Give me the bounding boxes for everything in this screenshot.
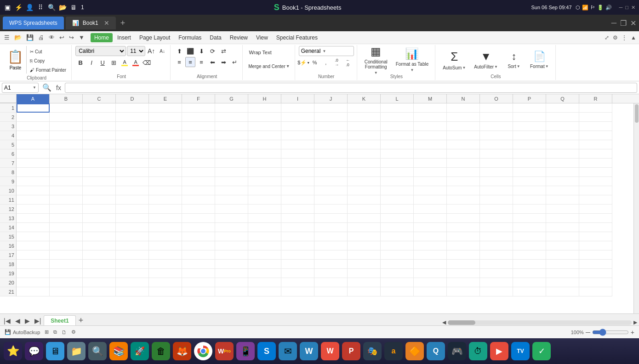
cell-M15[interactable] bbox=[414, 232, 447, 241]
menu-view[interactable]: View bbox=[252, 33, 272, 42]
cell-J6[interactable] bbox=[314, 149, 348, 159]
conditional-formatting-button[interactable]: ▦ ConditionalFormatting ▼ bbox=[361, 46, 391, 74]
cell-M20[interactable] bbox=[414, 278, 447, 287]
cell-J11[interactable] bbox=[314, 195, 348, 205]
taskbar-chrome-icon[interactable] bbox=[194, 342, 212, 360]
cell-M18[interactable] bbox=[414, 260, 447, 269]
cell-M6[interactable] bbox=[414, 149, 447, 159]
cell-G5[interactable] bbox=[215, 140, 248, 149]
erase-format-button[interactable]: ⌫ bbox=[142, 57, 152, 68]
cell-A12[interactable] bbox=[17, 205, 50, 214]
italic-button[interactable]: I bbox=[86, 57, 97, 68]
cell-K9[interactable] bbox=[348, 177, 381, 186]
cell-C9[interactable] bbox=[83, 177, 116, 186]
font-name-select[interactable]: Calibri bbox=[75, 46, 126, 56]
cell-P12[interactable] bbox=[513, 205, 546, 214]
cell-F12[interactable] bbox=[182, 205, 215, 214]
cell-G4[interactable] bbox=[215, 131, 248, 140]
ribbon-more-icon[interactable]: ⋮ bbox=[622, 34, 627, 41]
col-header-f[interactable]: F bbox=[182, 94, 215, 103]
cell-C7[interactable] bbox=[83, 159, 116, 168]
cell-B2[interactable] bbox=[50, 113, 83, 122]
cell-O13[interactable] bbox=[480, 214, 513, 223]
cell-H1[interactable] bbox=[248, 103, 281, 113]
cell-G10[interactable] bbox=[215, 186, 248, 195]
cell-C12[interactable] bbox=[83, 205, 116, 214]
merge-center-button[interactable]: Merge and Center ▼ bbox=[246, 60, 292, 73]
taskbar-firefox-icon[interactable]: 🦊 bbox=[173, 342, 191, 360]
cell-C15[interactable] bbox=[83, 232, 116, 241]
align-center-button[interactable]: ≡ bbox=[185, 57, 195, 67]
cell-M8[interactable] bbox=[414, 168, 447, 177]
taskbar-anydesk-icon[interactable]: ▶ bbox=[490, 342, 508, 360]
cell-N6[interactable] bbox=[447, 149, 480, 159]
cell-F19[interactable] bbox=[182, 269, 215, 278]
cell-F8[interactable] bbox=[182, 168, 215, 177]
cell-C4[interactable] bbox=[83, 131, 116, 140]
view-normal-icon[interactable]: ⊞ bbox=[45, 329, 49, 335]
cell-M11[interactable] bbox=[414, 195, 447, 205]
cell-E4[interactable] bbox=[149, 131, 182, 140]
cell-Q8[interactable] bbox=[546, 168, 579, 177]
align-top-button[interactable]: ⬆ bbox=[174, 46, 184, 56]
cell-K19[interactable] bbox=[348, 269, 381, 278]
cell-M4[interactable] bbox=[414, 131, 447, 140]
cell-A17[interactable] bbox=[17, 250, 50, 260]
cell-K5[interactable] bbox=[348, 140, 381, 149]
fill-color-button[interactable]: A bbox=[120, 57, 130, 68]
zoom-increase-button[interactable]: + bbox=[631, 329, 634, 336]
cell-L1[interactable] bbox=[381, 103, 414, 113]
cell-I7[interactable] bbox=[281, 159, 314, 168]
taskbar-star-icon[interactable]: ⭐ bbox=[4, 342, 22, 360]
formula-input[interactable] bbox=[65, 83, 637, 93]
cell-M7[interactable] bbox=[414, 159, 447, 168]
cell-K21[interactable] bbox=[348, 287, 381, 296]
horizontal-scroll-right[interactable]: ▶ bbox=[633, 319, 637, 325]
cell-O15[interactable] bbox=[480, 232, 513, 241]
cell-L18[interactable] bbox=[381, 260, 414, 269]
cell-G1[interactable] bbox=[215, 103, 248, 113]
cell-D19[interactable] bbox=[116, 269, 149, 278]
menu-page-layout[interactable]: Page Layout bbox=[136, 33, 174, 42]
cell-R5[interactable] bbox=[579, 140, 612, 149]
menu-data[interactable]: Data bbox=[206, 33, 225, 42]
cell-J12[interactable] bbox=[314, 205, 348, 214]
number-format-select[interactable]: General ▼ bbox=[299, 46, 354, 56]
cell-H18[interactable] bbox=[248, 260, 281, 269]
cell-K8[interactable] bbox=[348, 168, 381, 177]
cell-J1[interactable] bbox=[314, 103, 348, 113]
cell-O9[interactable] bbox=[480, 177, 513, 186]
row-num-8[interactable]: 8 bbox=[0, 168, 17, 177]
cell-C8[interactable] bbox=[83, 168, 116, 177]
cell-O18[interactable] bbox=[480, 260, 513, 269]
sort-button[interactable]: ↕ Sort ▼ bbox=[502, 46, 525, 74]
cell-O4[interactable] bbox=[480, 131, 513, 140]
cell-K6[interactable] bbox=[348, 149, 381, 159]
align-left-button[interactable]: ≡ bbox=[174, 57, 184, 67]
cell-E17[interactable] bbox=[149, 250, 182, 260]
col-header-c[interactable]: C bbox=[83, 94, 116, 103]
cell-J20[interactable] bbox=[314, 278, 348, 287]
increase-indent-button[interactable]: ➡ bbox=[218, 57, 228, 67]
cell-B4[interactable] bbox=[50, 131, 83, 140]
cell-E8[interactable] bbox=[149, 168, 182, 177]
cell-H3[interactable] bbox=[248, 122, 281, 131]
cell-P7[interactable] bbox=[513, 159, 546, 168]
cell-A13[interactable] bbox=[17, 214, 50, 223]
col-header-a[interactable]: A bbox=[17, 94, 50, 103]
cell-Q9[interactable] bbox=[546, 177, 579, 186]
cell-H8[interactable] bbox=[248, 168, 281, 177]
taskbar-vlc-icon[interactable]: 🔶 bbox=[405, 342, 424, 360]
close-button[interactable]: ✕ bbox=[631, 5, 635, 11]
cell-A18[interactable] bbox=[17, 260, 50, 269]
taskbar-files-icon[interactable]: 📁 bbox=[67, 342, 86, 360]
col-header-p[interactable]: P bbox=[513, 94, 546, 103]
cell-N12[interactable] bbox=[447, 205, 480, 214]
cell-E1[interactable] bbox=[149, 103, 182, 113]
cell-B6[interactable] bbox=[50, 149, 83, 159]
col-header-i[interactable]: I bbox=[281, 94, 314, 103]
cell-C2[interactable] bbox=[83, 113, 116, 122]
cell-B20[interactable] bbox=[50, 278, 83, 287]
cell-Q20[interactable] bbox=[546, 278, 579, 287]
cell-J3[interactable] bbox=[314, 122, 348, 131]
